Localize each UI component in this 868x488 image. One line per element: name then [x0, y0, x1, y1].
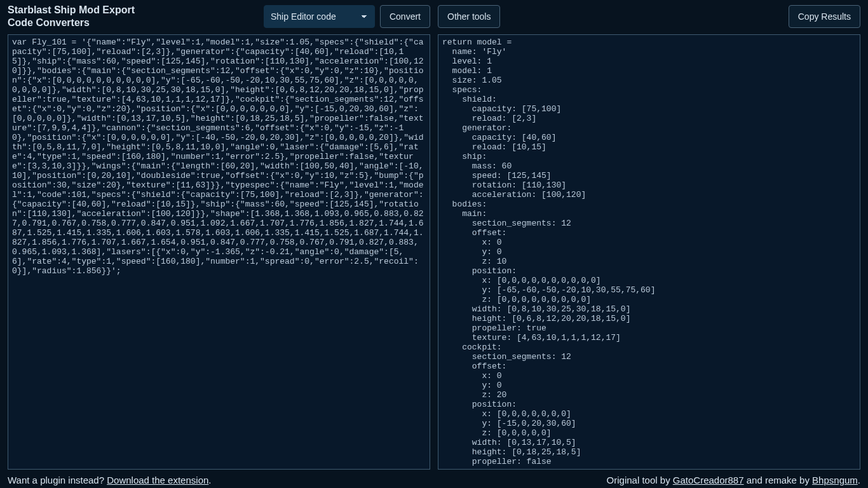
title-line-1: Starblast Ship Mod Export [8, 4, 135, 15]
input-code-text: var Fly_101 = '{"name":"Fly","level":1,"… [12, 37, 426, 276]
other-tools-button[interactable]: Other tools [438, 5, 500, 28]
plugin-prompt: Want a plugin instead? Download the exte… [8, 475, 212, 485]
copy-results-button[interactable]: Copy Results [789, 5, 860, 28]
code-type-dropdown[interactable]: Ship Editor code [264, 5, 375, 28]
author1-link[interactable]: GatoCreador887 [673, 475, 744, 485]
page-title: Starblast Ship Mod Export Code Converter… [8, 4, 147, 29]
convert-button[interactable]: Convert [380, 5, 430, 28]
download-extension-link[interactable]: Download the extension [107, 475, 208, 485]
title-line-2: Code Converters [8, 17, 90, 28]
author2-link[interactable]: Bhpsngum [812, 475, 858, 485]
credits: Original tool by GatoCreador887 and rema… [607, 475, 860, 485]
output-code-text: return model = name: 'Fly' level: 1 mode… [442, 37, 856, 466]
input-panel: var Fly_101 = '{"name":"Fly","level":1,"… [8, 34, 430, 470]
input-code-area[interactable]: var Fly_101 = '{"name":"Fly","level":1,"… [8, 35, 430, 469]
output-code-area[interactable]: return model = name: 'Fly' level: 1 mode… [438, 35, 860, 469]
output-panel: return model = name: 'Fly' level: 1 mode… [438, 34, 860, 470]
